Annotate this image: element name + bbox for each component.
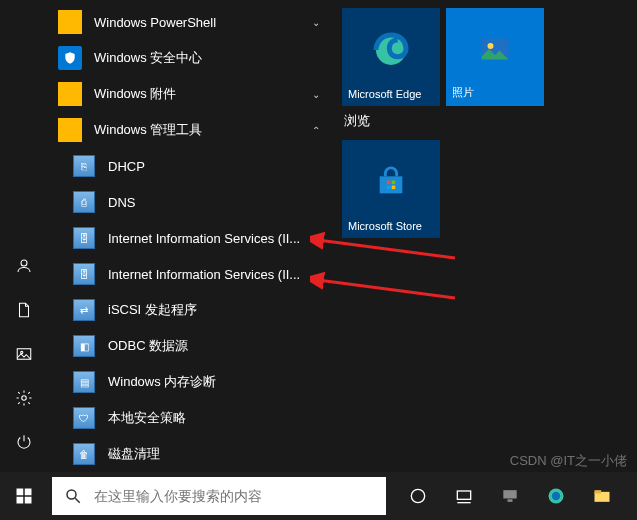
- account-icon[interactable]: [0, 244, 48, 288]
- edge-icon: [371, 12, 411, 88]
- power-icon[interactable]: [0, 420, 48, 464]
- start-button[interactable]: [0, 472, 48, 520]
- app-label: 本地安全策略: [108, 409, 328, 427]
- cortana-icon[interactable]: [396, 472, 440, 520]
- svg-rect-8: [387, 181, 391, 185]
- taskbar: [0, 472, 637, 520]
- svg-point-18: [67, 490, 76, 499]
- app-label: DHCP: [108, 159, 328, 174]
- svg-rect-16: [17, 497, 24, 504]
- task-view-icon[interactable]: [442, 472, 486, 520]
- app-dhcp[interactable]: ⎘ DHCP: [48, 148, 328, 184]
- app-powershell[interactable]: Windows PowerShell ⌄: [48, 4, 328, 40]
- start-menu: Windows PowerShell ⌄ Windows 安全中心 Window…: [0, 0, 637, 472]
- search-input[interactable]: [94, 488, 386, 504]
- pictures-icon[interactable]: [0, 332, 48, 376]
- diskclean-icon: 🗑: [72, 442, 96, 466]
- iis-icon: 🗄: [72, 226, 96, 250]
- store-icon: [374, 144, 408, 220]
- odbc-icon: ◧: [72, 334, 96, 358]
- app-security[interactable]: Windows 安全中心: [48, 40, 328, 76]
- search-icon: [64, 487, 82, 505]
- app-iis-1[interactable]: 🗄 Internet Information Services (II...: [48, 220, 328, 256]
- chevron-down-icon: ⌄: [304, 89, 328, 100]
- app-accessories[interactable]: Windows 附件 ⌄: [48, 76, 328, 112]
- chevron-up-icon: ⌃: [304, 125, 328, 136]
- pinned-edge[interactable]: [534, 472, 578, 520]
- group-label: 浏览: [344, 112, 637, 130]
- svg-rect-10: [387, 186, 391, 190]
- app-label: Windows 管理工具: [94, 121, 304, 139]
- search-box[interactable]: [52, 477, 386, 515]
- app-memdiag[interactable]: ▤ Windows 内存诊断: [48, 364, 328, 400]
- app-label: Windows 附件: [94, 85, 304, 103]
- app-secpol[interactable]: 🛡 本地安全策略: [48, 400, 328, 436]
- shield-icon: [58, 46, 82, 70]
- svg-rect-14: [17, 489, 24, 496]
- svg-rect-7: [380, 176, 403, 193]
- svg-rect-23: [503, 490, 516, 498]
- tile-photos[interactable]: 照片: [446, 8, 544, 106]
- app-label: 磁盘清理: [108, 445, 328, 463]
- app-label: ODBC 数据源: [108, 337, 328, 355]
- svg-point-0: [21, 260, 27, 266]
- tile-edge[interactable]: Microsoft Edge: [342, 8, 440, 106]
- dhcp-icon: ⎘: [72, 154, 96, 178]
- iscsi-icon: ⇄: [72, 298, 96, 322]
- svg-rect-9: [392, 181, 396, 185]
- tiles-area: Microsoft Edge 照片 浏览 Microsoft Store: [328, 0, 637, 472]
- chevron-down-icon: ⌄: [304, 17, 328, 28]
- task-icons: [396, 472, 624, 520]
- app-odbc[interactable]: ◧ ODBC 数据源: [48, 328, 328, 364]
- app-label: Windows 内存诊断: [108, 373, 328, 391]
- app-label: DNS: [108, 195, 328, 210]
- folder-icon: [58, 82, 82, 106]
- app-label: iSCSI 发起程序: [108, 301, 328, 319]
- settings-icon[interactable]: [0, 376, 48, 420]
- documents-icon[interactable]: [0, 288, 48, 332]
- app-diskclean[interactable]: 🗑 磁盘清理: [48, 436, 328, 472]
- rail: [0, 0, 48, 472]
- folder-icon: [58, 118, 82, 142]
- pinned-server-manager[interactable]: [488, 472, 532, 520]
- svg-point-6: [488, 43, 494, 49]
- app-label: Internet Information Services (II...: [108, 231, 328, 246]
- dns-icon: ⎙: [72, 190, 96, 214]
- app-iscsi[interactable]: ⇄ iSCSI 发起程序: [48, 292, 328, 328]
- tile-label: Microsoft Store: [346, 220, 436, 234]
- svg-point-3: [22, 396, 27, 401]
- app-iis-2[interactable]: 🗄 Internet Information Services (II...: [48, 256, 328, 292]
- app-label: Windows PowerShell: [94, 15, 304, 30]
- svg-point-26: [552, 492, 560, 500]
- svg-rect-15: [25, 489, 32, 496]
- pinned-explorer[interactable]: [580, 472, 624, 520]
- secpol-icon: 🛡: [72, 406, 96, 430]
- app-list: Windows PowerShell ⌄ Windows 安全中心 Window…: [48, 0, 328, 472]
- memdiag-icon: ▤: [72, 370, 96, 394]
- app-label: Windows 安全中心: [94, 49, 328, 67]
- svg-rect-24: [508, 499, 513, 502]
- app-label: Internet Information Services (II...: [108, 267, 328, 282]
- svg-line-19: [75, 498, 80, 503]
- tile-store[interactable]: Microsoft Store: [342, 140, 440, 238]
- photos-icon: [477, 12, 513, 85]
- svg-rect-21: [457, 491, 470, 499]
- tile-label: Microsoft Edge: [346, 88, 436, 102]
- svg-rect-11: [392, 186, 396, 190]
- svg-rect-28: [595, 490, 602, 493]
- iis-icon: 🗄: [72, 262, 96, 286]
- app-admintools[interactable]: Windows 管理工具 ⌃: [48, 112, 328, 148]
- app-dns[interactable]: ⎙ DNS: [48, 184, 328, 220]
- folder-icon: [58, 10, 82, 34]
- tile-label: 照片: [450, 85, 540, 102]
- svg-rect-17: [25, 497, 32, 504]
- svg-point-2: [21, 351, 23, 353]
- svg-point-20: [411, 489, 424, 502]
